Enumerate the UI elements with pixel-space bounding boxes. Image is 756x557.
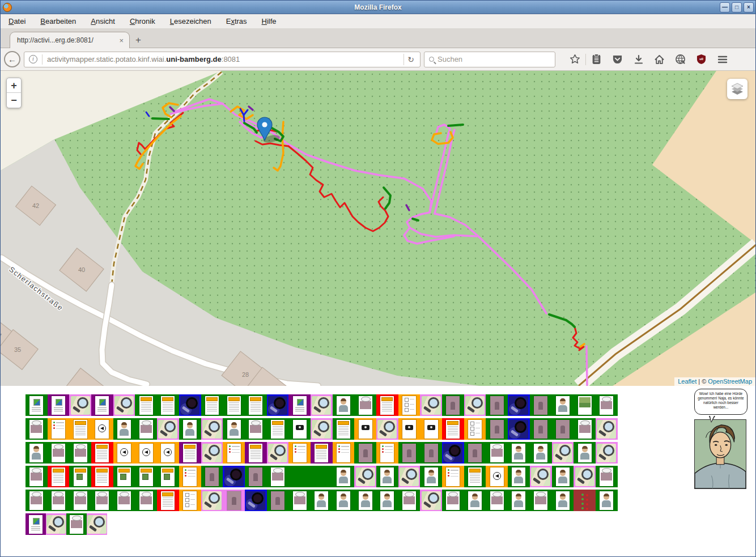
activity-tile-story[interactable] [464,418,486,440]
zoom-out-button[interactable]: − [7,93,21,108]
activity-tile-avatar[interactable] [552,490,574,511]
activity-tile-osm[interactable] [354,466,376,487]
activity-tile-osm[interactable] [201,490,223,511]
zoom-in-button[interactable]: + [7,78,21,93]
activity-tile-plain[interactable] [288,466,311,487]
activity-tile-comic[interactable] [26,490,48,511]
map-layers-control[interactable] [727,79,747,99]
back-button[interactable]: ← [4,51,20,67]
activity-tile-osm[interactable] [157,418,179,440]
activity-tile-audio[interactable] [135,442,157,464]
activity-tile-comic[interactable] [486,442,508,464]
activity-tile-checklist[interactable] [333,442,355,464]
tab-close-icon[interactable]: × [118,36,125,45]
activity-tile-comic[interactable] [530,490,552,511]
activity-tile-osm[interactable] [69,394,91,416]
activity-tile-avatar[interactable] [333,490,355,511]
activity-tile-darkmap[interactable] [223,466,245,487]
activity-tile-photo[interactable] [464,442,486,464]
activity-tile-comic[interactable] [442,490,464,511]
activity-tile-comic[interactable] [69,490,91,511]
activity-tile-audio[interactable] [91,418,113,440]
activity-tile-applogo[interactable] [26,513,46,535]
activity-tile-plain[interactable] [311,466,333,487]
reload-icon[interactable]: ↻ [404,54,418,65]
activity-tile-avatar[interactable] [530,442,552,464]
activity-tile-osm[interactable] [464,394,486,416]
menu-chronik[interactable]: Chronik [130,17,155,25]
activity-tile-applogo[interactable] [91,394,113,416]
activity-tile-form[interactable] [179,442,201,464]
activity-tile-avatar[interactable] [179,418,201,440]
activity-tile-photo[interactable] [486,394,508,416]
activity-tile-osm[interactable] [574,466,596,487]
ublock-shield-icon[interactable]: u0 [691,51,712,68]
activity-tile-checklist[interactable] [288,442,311,464]
activity-tile-avatar[interactable] [376,466,398,487]
activity-tile-form[interactable] [376,394,398,416]
activity-tile-formphoto[interactable] [113,466,135,487]
activity-tile-photo[interactable] [442,394,464,416]
activity-tile-osm[interactable] [596,442,618,464]
activity-tile-photo[interactable] [530,394,552,416]
activity-tile-avatar[interactable] [464,490,486,511]
activity-tile-form[interactable] [464,466,486,487]
activity-tile-photo[interactable] [530,418,552,440]
activity-tile-formphoto[interactable] [135,466,157,487]
activity-tile-avatar[interactable] [26,442,48,464]
activity-tile-osm[interactable] [87,513,107,535]
activity-tile-avatar[interactable] [508,490,530,511]
activity-tile-camera[interactable] [288,418,311,440]
activity-tile-darkmap[interactable] [267,394,289,416]
activity-tile-avatar[interactable] [552,394,574,416]
activity-tile-osm[interactable] [311,418,333,440]
activity-tile-darkmap[interactable] [508,418,530,440]
leaflet-link[interactable]: Leaflet [678,378,696,385]
activity-tile-osm[interactable] [311,394,333,416]
activity-tile-comic[interactable] [48,490,70,511]
activity-tile-photo[interactable] [223,490,245,511]
activity-tile-audio[interactable] [157,442,179,464]
activity-tile-comic[interactable] [26,418,48,440]
activity-tile-audio[interactable] [486,466,508,487]
activity-tile-avatar[interactable] [596,490,618,511]
activity-tile-osm[interactable] [201,442,223,464]
activity-tile-comic[interactable] [245,418,267,440]
activity-tile-formphoto[interactable] [69,466,91,487]
activity-tile-form[interactable] [135,394,157,416]
bookmark-star-icon[interactable] [564,51,585,68]
activity-tile-photo[interactable] [267,490,289,511]
activity-tile-photo[interactable] [552,418,574,440]
download-icon[interactable] [628,51,649,68]
activity-tile-darkmap[interactable] [245,490,267,511]
menu-bearbeiten[interactable]: Bearbeiten [40,17,76,25]
activity-tile-avatar[interactable] [420,466,442,487]
new-tab-button[interactable]: + [130,35,147,48]
activity-tile-comic[interactable] [113,490,135,511]
activity-tile-avatar[interactable] [333,394,355,416]
activity-tile-comic[interactable] [398,490,421,511]
activity-tile-darkmap[interactable] [442,442,464,464]
site-info-icon[interactable]: i [29,55,37,63]
activity-tile-camera[interactable] [420,418,442,440]
url-bar[interactable]: i activitymapper.static.potato.kinf.wiai… [24,52,421,67]
activity-tile-osm[interactable] [530,466,552,487]
activity-tile-avatar[interactable] [333,466,355,487]
activity-tile-comic[interactable] [91,490,113,511]
activity-tile-osm[interactable] [46,513,66,535]
search-input[interactable]: Suchen [424,52,555,67]
activity-tile-form[interactable] [333,418,355,440]
activity-tile-photo[interactable] [486,418,508,440]
menu-button[interactable] [712,51,733,68]
activity-tile-comic[interactable] [26,466,48,487]
activity-tile-form[interactable] [48,466,70,487]
activity-tile-osm[interactable] [267,442,289,464]
activity-tile-avatar[interactable] [552,466,574,487]
activity-tile-comic[interactable] [135,418,157,440]
browser-tab[interactable]: http://activi...erg.de:8081/ × [10,32,130,48]
activity-tile-form[interactable] [442,418,464,440]
activity-tile-comic[interactable] [135,490,157,511]
activity-tile-checklist[interactable] [179,466,201,487]
activity-tile-osm[interactable] [201,418,223,440]
activity-tile-osm[interactable] [552,442,574,464]
